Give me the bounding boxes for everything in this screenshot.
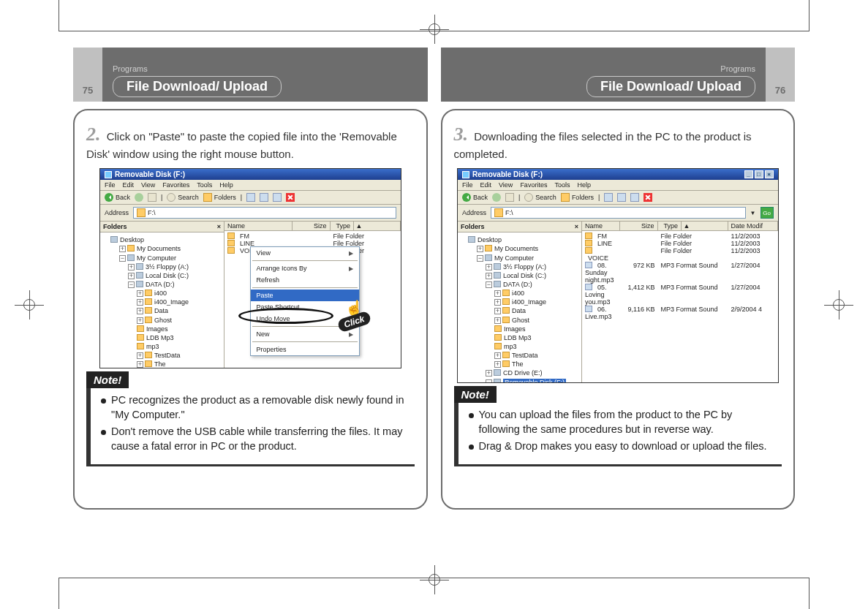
menu-edit[interactable]: Edit — [480, 181, 492, 189]
folders-pane: Folders× Desktop +My Documents −My Compu… — [458, 222, 582, 382]
registration-mark — [824, 290, 853, 319]
page-number: 76 — [766, 48, 795, 102]
list-item: FMFile Folder — [224, 232, 401, 240]
close-button[interactable]: × — [765, 170, 774, 178]
ctx-refresh[interactable]: Refresh — [251, 274, 359, 286]
folder-tree[interactable]: Desktop +My Documents −My Computer +3½ F… — [100, 232, 224, 368]
step-text: 3. Downloading the files selected in the… — [454, 122, 782, 161]
col-name[interactable]: Name — [582, 222, 620, 230]
views-icon[interactable] — [246, 193, 255, 202]
ctx-view[interactable]: View▶ — [251, 247, 359, 259]
file-list[interactable]: FMFile Folder11/2/2003 LINEFile Folder11… — [582, 231, 778, 322]
step-body: Downloading the files selected in the PC… — [454, 130, 752, 160]
ctx-paste[interactable]: Paste — [251, 290, 359, 301]
ctx-arrange[interactable]: Arrange Icons By▶ — [251, 262, 359, 274]
registration-mark — [420, 15, 449, 44]
menu-edit[interactable]: Edit — [122, 181, 134, 189]
menu-tools[interactable]: Tools — [554, 181, 570, 189]
search-icon — [167, 193, 176, 202]
menu-file[interactable]: File — [105, 181, 116, 189]
explorer-window: Removable Disk (F:) File Edit View Favor… — [99, 168, 401, 368]
views-icon[interactable] — [617, 193, 626, 202]
menu-favorites[interactable]: Favorites — [520, 181, 547, 189]
address-label: Address — [462, 209, 486, 216]
forward-icon[interactable] — [492, 193, 501, 202]
window-addressbar: Address F:\ — [100, 205, 401, 222]
folders-icon — [203, 193, 212, 202]
search-button[interactable]: Search — [167, 193, 199, 202]
address-input[interactable]: F:\ — [491, 207, 746, 219]
back-button[interactable]: Back — [105, 193, 130, 202]
step-number: 3. — [454, 124, 469, 145]
col-size[interactable]: Size — [293, 222, 331, 230]
drive-icon — [105, 171, 112, 178]
menu-help[interactable]: Help — [219, 181, 233, 189]
menu-file[interactable]: File — [462, 181, 473, 189]
list-item: 08. Sunday night.mp3972 KBMP3 Format Sou… — [582, 262, 778, 284]
file-list-header[interactable]: Name Size Type ▲ Date Modif — [582, 222, 778, 231]
delete-icon[interactable] — [286, 193, 295, 202]
window-title: Removable Disk (F:) — [115, 170, 185, 178]
address-input[interactable]: F:\ — [133, 207, 396, 219]
file-list-header[interactable]: Name Size Type ▲ — [224, 222, 401, 231]
col-size[interactable]: Size — [620, 222, 658, 230]
page-header: 76 Programs File Download/ Upload — [441, 48, 796, 102]
back-button[interactable]: Back — [462, 193, 488, 202]
folders-button[interactable]: Folders — [203, 193, 236, 202]
col-type[interactable]: Type ▲ — [658, 222, 728, 230]
note-label: Note! — [86, 371, 129, 388]
up-icon[interactable] — [148, 193, 156, 202]
folders-pane-title: Folders — [461, 223, 485, 230]
minimize-button[interactable]: _ — [744, 170, 753, 178]
col-name[interactable]: Name — [224, 222, 293, 230]
search-icon — [524, 193, 533, 202]
folder-tree[interactable]: Desktop +My Documents −My Computer +3½ F… — [458, 232, 581, 382]
close-icon[interactable]: × — [217, 223, 221, 230]
search-button[interactable]: Search — [524, 193, 556, 202]
registration-mark — [420, 565, 449, 594]
category-label: Programs — [113, 64, 418, 73]
go-button[interactable]: Go — [761, 207, 774, 219]
maximize-button[interactable]: □ — [755, 170, 763, 178]
list-item: 05. Loving you.mp31,412 KBMP3 Format Sou… — [582, 284, 778, 306]
window-titlebar: Removable Disk (F:) — [100, 169, 401, 180]
forward-icon[interactable] — [135, 193, 143, 202]
category-label: Programs — [451, 64, 756, 73]
menu-tools[interactable]: Tools — [197, 181, 212, 189]
note-box: Note! You can upload the files from the … — [454, 395, 782, 466]
views-icon[interactable] — [604, 193, 613, 202]
views-icon[interactable] — [273, 193, 282, 202]
views-icon[interactable] — [260, 193, 268, 202]
delete-icon[interactable] — [644, 193, 652, 202]
registration-mark — [15, 290, 44, 319]
step-body: Click on "Paste" to paste the copied fil… — [86, 130, 397, 160]
menu-help[interactable]: Help — [577, 181, 591, 189]
col-date[interactable]: Date Modif — [728, 222, 778, 230]
back-icon — [462, 193, 471, 202]
crop-line — [59, 0, 59, 31]
menu-view[interactable]: View — [141, 181, 155, 189]
address-label: Address — [105, 209, 129, 216]
files-pane: Name Size Type ▲ FMFile Folder LINEFile … — [224, 222, 401, 368]
content-panel: 2. Click on "Paste" to paste the copied … — [73, 109, 428, 510]
views-icon[interactable] — [630, 193, 639, 202]
drive-icon — [137, 208, 146, 217]
menu-view[interactable]: View — [499, 181, 513, 189]
close-icon[interactable]: × — [575, 223, 578, 230]
col-type[interactable]: Type ▲ — [331, 222, 401, 230]
page-number: 75 — [73, 48, 102, 102]
folders-icon — [561, 193, 570, 202]
window-menubar: File Edit View Favorites Tools Help — [100, 180, 401, 191]
note-item: You can upload the files from the produc… — [469, 408, 775, 436]
up-icon[interactable] — [505, 193, 514, 202]
window-menubar: File Edit View Favorites Tools Help — [458, 180, 778, 191]
back-icon — [105, 193, 113, 202]
explorer-window: Removable Disk (F:) _ □ × File Edit View… — [457, 168, 779, 383]
menu-favorites[interactable]: Favorites — [162, 181, 189, 189]
ctx-properties[interactable]: Properties — [251, 344, 359, 355]
folders-button[interactable]: Folders — [561, 193, 594, 202]
click-callout: ☝ Click — [333, 300, 376, 328]
note-item: Drag & Drop makes you easy to download o… — [469, 439, 775, 454]
list-item: LINEFile Folder11/2/2003 — [582, 240, 778, 247]
step-text: 2. Click on "Paste" to paste the copied … — [86, 122, 415, 161]
